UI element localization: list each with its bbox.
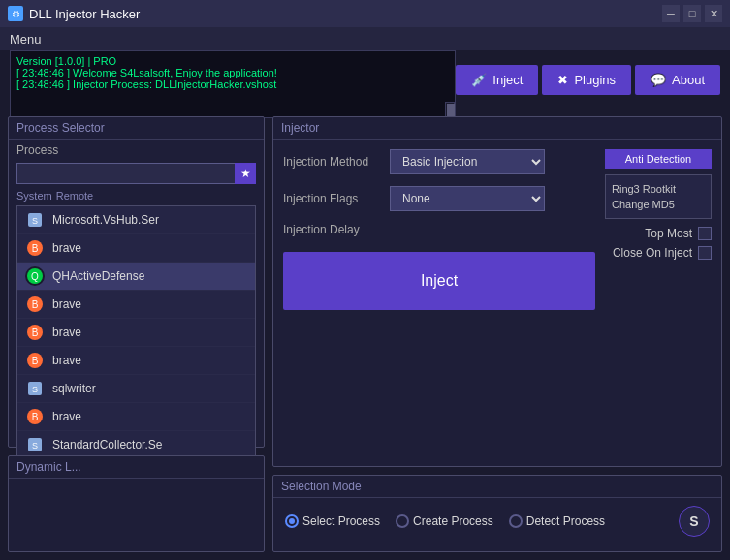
plugins-button[interactable]: ✖ Plugins [542,65,631,95]
svg-text:S: S [32,385,38,394]
top-most-label: Top Most [645,227,692,240]
create-process-option[interactable]: Create Process [396,514,493,528]
process-item-icon: Q [25,266,45,286]
system-tag[interactable]: System [16,190,52,202]
process-item-name: brave [52,410,81,423]
process-selector-title: Process Selector [9,117,264,140]
close-on-inject-checkbox[interactable] [698,246,712,260]
top-most-checkbox[interactable] [698,227,712,240]
svg-text:B: B [32,327,39,338]
process-item-name: brave [52,297,81,311]
remote-tag[interactable]: Remote [56,190,94,202]
ring3-rootkit-item[interactable]: Ring3 Rootkit [612,181,705,197]
process-item-name: StandardCollector.Se [52,438,162,451]
inject-button[interactable]: 💉 Inject [456,65,538,95]
app-icon: ⚙ [8,6,23,21]
log-line-1: Version [1.0.0] | PRO [16,55,449,67]
app-title: DLL Injector Hacker [29,7,140,21]
injection-method-label: Injection Method [283,155,380,169]
process-item[interactable]: SStandardCollector.Se [17,431,255,457]
injection-flags-label: Injection Flags [283,192,380,205]
svg-text:Q: Q [31,271,39,282]
close-on-inject-flag[interactable]: Close On Inject [613,246,712,260]
create-process-label: Create Process [413,514,493,528]
close-on-inject-label: Close On Inject [613,246,692,260]
about-icon: 💬 [651,73,666,87]
process-item-name: Microsoft.VsHub.Ser [52,213,159,227]
process-selector-panel: Process Selector Process ★ System Remote… [8,116,265,448]
injection-flags-select[interactable]: NoneRandom NameErase Header [390,186,545,211]
about-label: About [672,73,705,87]
process-list: SMicrosoft.VsHub.SerBbraveQQHActiveDefen… [16,205,256,457]
process-item-icon: B [25,238,45,258]
process-item-icon: B [25,407,45,426]
process-item[interactable]: Bbrave [17,234,255,263]
process-item-name: brave [52,241,81,255]
process-item[interactable]: Ssqlwriter [17,375,255,403]
star-button[interactable]: ★ [235,163,256,184]
process-item-name: QHActiveDefense [52,269,144,283]
injection-method-select[interactable]: Basic InjectionManual MapThread Hijackin… [390,149,545,174]
close-button[interactable]: ✕ [705,5,722,22]
process-item-name: brave [52,326,81,339]
svg-text:S: S [32,216,38,226]
process-item[interactable]: QQHActiveDefense [17,263,255,291]
selection-mode-title: Selection Mode [273,476,721,498]
dynamic-lib-title: Dynamic L... [9,456,264,479]
detect-process-label: Detect Process [526,514,605,528]
injector-title: Injector [273,117,721,140]
process-item-icon: B [25,295,45,314]
plugins-label: Plugins [574,73,616,87]
selection-mode-panel: Selection Mode Select Process Create Pro… [272,475,722,552]
log-line-3: [ 23:48:46 ] Injector Process: DLLInject… [16,78,449,90]
detect-process-radio[interactable] [509,514,523,528]
svg-text:B: B [32,299,39,310]
s-badge: S [679,506,710,537]
inject-icon: 💉 [471,73,487,87]
process-item[interactable]: Bbrave [17,319,255,347]
process-item-icon: B [25,351,45,370]
injector-panel: Injector Injection Method Basic Injectio… [272,116,722,467]
inject-label: Inject [492,73,523,87]
process-item-icon: B [25,323,45,342]
log-line-2: [ 23:48:46 ] Welcome S4Lsalsoft, Enjoy t… [16,67,449,78]
top-most-flag[interactable]: Top Most [645,227,712,240]
detect-process-option[interactable]: Detect Process [509,514,605,528]
menu-label[interactable]: Menu [10,32,42,47]
plugins-icon: ✖ [557,73,568,87]
svg-text:S: S [32,441,38,451]
svg-text:B: B [32,412,39,422]
process-item-name: sqlwriter [52,382,96,395]
injection-delay-label: Injection Delay [283,223,595,236]
anti-detection-button[interactable]: Anti Detection [605,149,712,169]
select-process-radio[interactable] [285,514,299,528]
minimize-button[interactable]: ─ [662,5,680,22]
inject-main-button[interactable]: Inject [283,252,595,310]
maximize-button[interactable]: □ [683,5,701,22]
process-item[interactable]: Bbrave [17,291,255,319]
select-process-option[interactable]: Select Process [285,514,380,528]
svg-text:B: B [32,243,39,254]
select-process-label: Select Process [302,514,380,528]
about-button[interactable]: 💬 About [635,65,720,95]
process-item[interactable]: Bbrave [17,403,255,431]
menu-bar: Menu [0,27,730,50]
svg-text:B: B [32,356,39,366]
process-item-name: brave [52,354,81,367]
process-item-icon: S [25,435,45,454]
process-item[interactable]: Bbrave [17,347,255,375]
change-md5-item[interactable]: Change MD5 [612,197,705,212]
process-item[interactable]: SMicrosoft.VsHub.Ser [17,206,255,234]
create-process-radio[interactable] [396,514,409,528]
title-bar: ⚙ DLL Injector Hacker ─ □ ✕ [0,0,730,27]
dynamic-lib-panel: Dynamic L... [8,455,265,552]
process-item-icon: S [25,379,45,398]
process-item-icon: S [25,210,45,230]
process-label: Process [16,143,58,157]
process-search-input[interactable] [16,163,256,184]
